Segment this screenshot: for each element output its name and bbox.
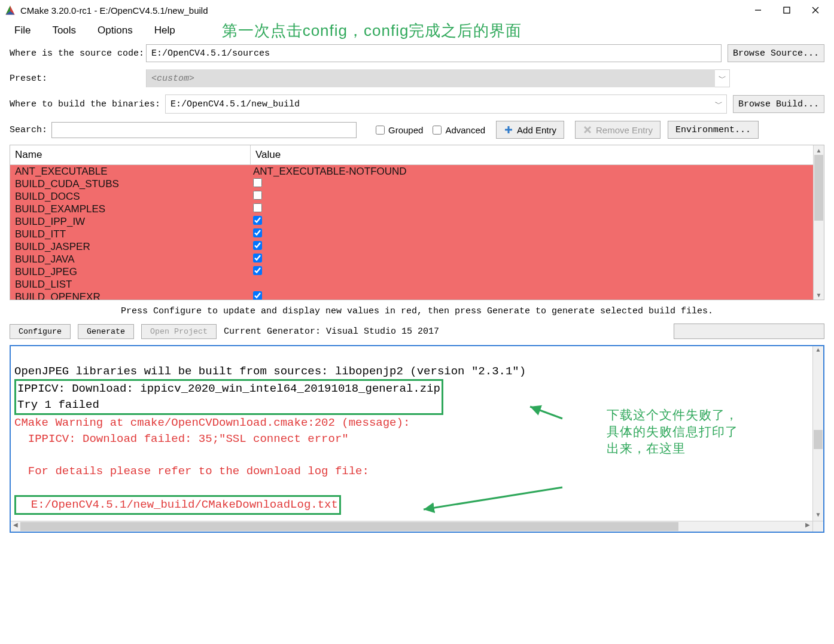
cache-checkbox[interactable] <box>253 191 262 200</box>
table-row[interactable]: BUILD_JPEG <box>10 265 813 278</box>
cache-checkbox[interactable] <box>253 178 262 187</box>
table-row[interactable]: BUILD_JAVA <box>10 253 813 265</box>
table-row[interactable]: BUILD_OPENEXR <box>10 291 813 300</box>
table-scrollbar[interactable]: ▲▼ <box>813 145 824 300</box>
current-generator: Current Generator: Visual Studio 15 2017 <box>224 326 439 337</box>
menu-file[interactable]: File <box>4 22 41 39</box>
cache-name: BUILD_IPP_IW <box>10 216 251 228</box>
column-name[interactable]: Name <box>10 145 251 164</box>
browse-build-button[interactable]: Browse Build... <box>733 95 824 113</box>
cache-name: BUILD_JASPER <box>10 241 251 253</box>
grouped-checkbox[interactable] <box>376 126 385 135</box>
cache-checkbox[interactable] <box>253 291 262 300</box>
output-line: For details please refer to the download… <box>14 465 369 478</box>
cache-name: BUILD_OPENEXR <box>10 291 251 300</box>
configure-button[interactable]: Configure <box>10 324 71 339</box>
cache-name: BUILD_ITT <box>10 228 251 240</box>
cache-checkbox[interactable] <box>253 254 262 263</box>
cache-value[interactable] <box>251 266 813 278</box>
search-label: Search: <box>10 125 51 135</box>
cache-name: BUILD_JAVA <box>10 254 251 265</box>
cache-checkbox[interactable] <box>253 203 262 212</box>
cache-value[interactable]: ANT_EXECUTABLE-NOTFOUND <box>251 166 813 178</box>
cmake-logo-icon <box>5 5 16 16</box>
menu-options[interactable]: Options <box>87 22 144 39</box>
cache-name: BUILD_DOCS <box>10 191 251 203</box>
source-input[interactable] <box>146 44 722 62</box>
annotation-box-logpath: E:/OpenCV4.5.1/new_build/CMakeDownloadLo… <box>14 495 341 515</box>
minimize-button[interactable] <box>744 1 772 19</box>
cache-value[interactable] <box>251 191 813 203</box>
output-h-scrollbar[interactable]: ◀▶ <box>11 521 823 532</box>
annotation-top: 第一次点击config，config完成之后的界面 <box>222 20 522 41</box>
cache-value[interactable] <box>251 178 813 190</box>
chevron-down-icon[interactable]: ﹀ <box>712 99 726 109</box>
column-value[interactable]: Value <box>251 145 813 164</box>
output-v-scrollbar[interactable]: ▲▼ <box>812 346 823 521</box>
progress-bar <box>674 323 824 339</box>
cache-name: BUILD_EXAMPLES <box>10 203 251 215</box>
table-row[interactable]: BUILD_JASPER <box>10 240 813 253</box>
table-row[interactable]: BUILD_DOCS <box>10 190 813 203</box>
build-label: Where to build the binaries: <box>10 99 165 109</box>
menu-help[interactable]: Help <box>144 22 186 39</box>
table-row[interactable]: BUILD_ITT <box>10 228 813 240</box>
cache-value[interactable] <box>251 254 813 265</box>
browse-source-button[interactable]: Browse Source... <box>728 44 824 62</box>
environment-button[interactable]: Environment... <box>668 121 759 139</box>
cache-checkbox[interactable] <box>253 266 262 275</box>
cache-checkbox[interactable] <box>253 216 262 225</box>
cache-value[interactable] <box>251 291 813 300</box>
cache-checkbox[interactable] <box>253 241 262 250</box>
chevron-down-icon[interactable]: ﹀ <box>715 73 729 84</box>
annotation-side: 下载这个文件失败了， 具体的失败信息打印了 出来，在这里 <box>607 407 738 457</box>
cache-name: BUILD_CUDA_STUBS <box>10 178 251 190</box>
cache-name: BUILD_LIST <box>10 279 251 291</box>
x-icon <box>583 125 592 135</box>
build-input[interactable] <box>166 95 712 113</box>
source-label: Where is the source code: <box>10 48 146 59</box>
preset-select[interactable] <box>147 69 715 87</box>
plus-icon <box>504 125 513 135</box>
table-row[interactable]: BUILD_IPP_IW <box>10 215 813 228</box>
table-row[interactable]: BUILD_EXAMPLES <box>10 203 813 215</box>
cache-value[interactable] <box>251 241 813 253</box>
output-line: IPPICV: Download failed: 35;"SSL connect… <box>14 432 349 445</box>
cache-checkbox[interactable] <box>253 228 262 237</box>
cache-value[interactable] <box>251 228 813 240</box>
cache-table[interactable]: Name Value ANT_EXECUTABLEANT_EXECUTABLE-… <box>10 145 824 300</box>
menu-tools[interactable]: Tools <box>41 22 87 39</box>
table-row[interactable]: BUILD_CUDA_STUBS <box>10 178 813 190</box>
svg-rect-4 <box>784 7 790 13</box>
table-row[interactable]: BUILD_LIST <box>10 278 813 291</box>
close-button[interactable] <box>802 1 829 19</box>
grouped-label: Grouped <box>388 125 423 135</box>
maximize-button[interactable] <box>773 1 800 19</box>
cache-name: ANT_EXECUTABLE <box>10 166 251 178</box>
search-input[interactable] <box>51 122 357 138</box>
output-line: CMake Warning at cmake/OpenCVDownload.cm… <box>14 416 410 429</box>
remove-entry-button: Remove Entry <box>575 121 660 139</box>
advanced-label: Advanced <box>445 125 485 135</box>
generate-button[interactable]: Generate <box>78 324 134 339</box>
annotation-box-download: IPPICV: Download: ippicv_2020_win_intel6… <box>14 379 443 415</box>
cache-value[interactable] <box>251 203 813 215</box>
cache-value[interactable] <box>251 216 813 228</box>
add-entry-button[interactable]: Add Entry <box>496 121 564 139</box>
window-title: CMake 3.20.0-rc1 - E:/OpenCV4.5.1/new_bu… <box>20 5 744 16</box>
preset-label: Preset: <box>10 74 146 84</box>
output-line: OpenJPEG libraries will be built from so… <box>14 365 526 378</box>
advanced-checkbox[interactable] <box>433 126 442 135</box>
open-project-button: Open Project <box>141 324 217 339</box>
table-row[interactable]: ANT_EXECUTABLEANT_EXECUTABLE-NOTFOUND <box>10 165 813 178</box>
cache-name: BUILD_JPEG <box>10 266 251 278</box>
hint-text: Press Configure to update and display ne… <box>0 306 834 316</box>
